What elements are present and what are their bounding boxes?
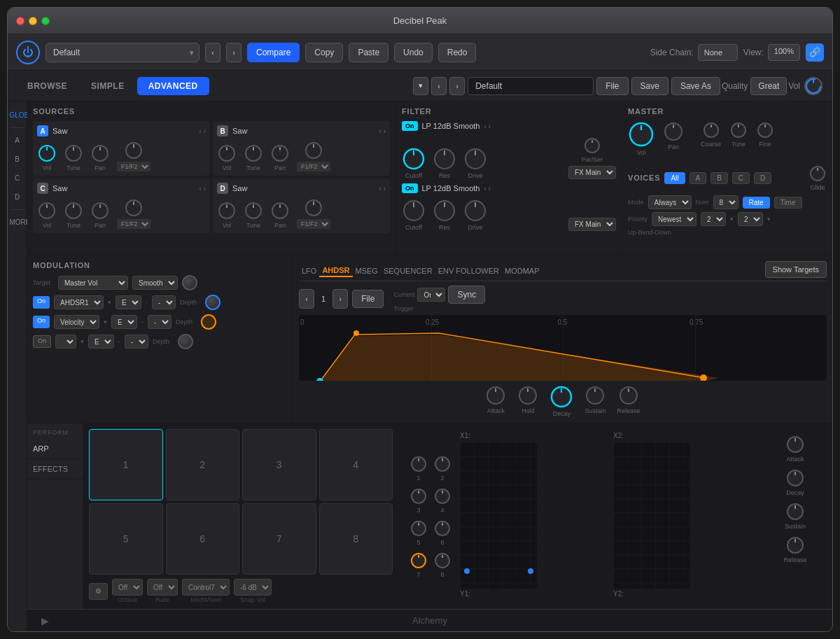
master-vol-knob[interactable]: [628, 121, 654, 148]
xy-k2[interactable]: [433, 455, 451, 473]
preset-nav-prev[interactable]: ‹: [431, 77, 447, 95]
xy-attack-knob[interactable]: [785, 435, 805, 454]
gear-button[interactable]: ⚙: [89, 583, 108, 600]
voice-a-btn[interactable]: A: [690, 172, 707, 184]
close-btn[interactable]: [16, 17, 24, 25]
link-button[interactable]: 🔗: [806, 43, 824, 62]
rate-btn[interactable]: Rate: [743, 197, 770, 209]
source-b-f1f2-knob[interactable]: [304, 141, 323, 160]
voice-d-btn[interactable]: D: [754, 172, 771, 184]
xy-pad-x2-pad[interactable]: [613, 442, 690, 589]
vol-knob[interactable]: [803, 76, 824, 97]
source-a-f1f2-knob[interactable]: [124, 141, 144, 160]
preset-prev-button[interactable]: ‹: [205, 43, 220, 62]
filter2-res-knob[interactable]: [433, 199, 456, 223]
compare-button[interactable]: Compare: [247, 43, 300, 62]
pad-8[interactable]: 8: [319, 503, 393, 575]
poly2-select[interactable]: 2: [738, 212, 763, 226]
mod2-source-select[interactable]: Velocity: [54, 315, 99, 329]
save-as-button[interactable]: Save As: [671, 77, 720, 95]
pad-3[interactable]: 3: [242, 429, 316, 500]
mod2-on-btn[interactable]: On: [33, 316, 50, 328]
preset-dropdown[interactable]: Default: [46, 43, 200, 62]
poly1-select[interactable]: 2: [701, 212, 726, 226]
mod3-mod-select[interactable]: E: [88, 335, 114, 349]
simple-btn[interactable]: SIMPLE: [80, 77, 136, 95]
modwheel-select[interactable]: Control7: [182, 579, 230, 596]
perform-effects-item[interactable]: EFFECTS: [27, 459, 83, 479]
master-pan-knob[interactable]: [663, 121, 684, 142]
quality-button[interactable]: Great: [750, 77, 787, 95]
source-c-tune-knob[interactable]: [64, 201, 83, 220]
xy-k4[interactable]: [433, 487, 451, 505]
glide-knob[interactable]: [808, 164, 827, 183]
filter2-drive-knob[interactable]: [463, 199, 487, 223]
preset-nav-dropdown[interactable]: ▾: [413, 77, 428, 95]
sidechain-select[interactable]: None: [698, 44, 738, 61]
rate-select[interactable]: Off: [147, 579, 178, 596]
filter1-fx-select[interactable]: FX Main: [568, 166, 616, 179]
sequencer-tab[interactable]: SEQUENCER: [381, 265, 435, 276]
source-b-tune-knob[interactable]: [244, 143, 263, 163]
advanced-btn[interactable]: ADVANCED: [137, 77, 209, 95]
preset-next-button[interactable]: ›: [226, 43, 241, 62]
save-button[interactable]: Save: [631, 77, 668, 95]
xy-decay-knob[interactable]: [785, 468, 805, 488]
redo-button[interactable]: Redo: [438, 43, 477, 62]
attack-knob[interactable]: [485, 385, 506, 406]
xy-k8[interactable]: [433, 552, 451, 570]
minimize-btn[interactable]: [29, 17, 37, 25]
mod1-mod-select[interactable]: E: [115, 295, 141, 309]
mod3-on-btn[interactable]: On: [33, 335, 51, 348]
mod2-extra-select[interactable]: -: [148, 315, 172, 329]
pad-1[interactable]: 1: [89, 429, 163, 500]
source-c-f1f2-select[interactable]: F1/F2: [117, 219, 150, 229]
filter1-on-btn[interactable]: On: [402, 121, 418, 131]
perform-arp-item[interactable]: ARP: [27, 439, 83, 459]
filter2-nav[interactable]: ‹ ›: [484, 185, 490, 192]
pad-6[interactable]: 6: [166, 503, 240, 575]
master-fine-knob[interactable]: [756, 121, 774, 139]
xy-k5[interactable]: [410, 519, 428, 538]
copy-button[interactable]: Copy: [305, 43, 343, 62]
source-a-pan-knob[interactable]: [90, 143, 110, 163]
maximize-btn[interactable]: [41, 17, 50, 25]
source-a-tune-knob[interactable]: [64, 143, 83, 163]
show-targets-button[interactable]: Show Targets: [765, 261, 827, 278]
source-d-f1f2-select[interactable]: F1/F2: [297, 219, 330, 229]
xy-k6[interactable]: [433, 519, 451, 538]
ahdsr-tab[interactable]: AHDSR: [319, 265, 352, 277]
mod2-depth-knob[interactable]: [201, 314, 216, 330]
sync-btn[interactable]: Sync: [448, 286, 485, 304]
file-button[interactable]: File: [596, 77, 628, 95]
master-coarse-knob[interactable]: [702, 121, 720, 139]
source-c-nav[interactable]: ‹ ›: [200, 185, 206, 192]
mod1-depth-knob[interactable]: [205, 295, 220, 310]
filter1-drive-knob[interactable]: [463, 147, 487, 171]
mod1-extra-select[interactable]: -: [152, 295, 176, 309]
mod3-source-select[interactable]: [55, 335, 76, 349]
source-b-pan-knob[interactable]: [270, 143, 290, 163]
pad-2[interactable]: 2: [166, 429, 240, 500]
filter1-nav[interactable]: ‹ ›: [484, 122, 490, 130]
xy-pad-x1-pad[interactable]: [460, 442, 537, 589]
undo-button[interactable]: Undo: [394, 43, 433, 62]
pad-7[interactable]: 7: [242, 503, 316, 575]
voice-c-btn[interactable]: C: [732, 172, 750, 184]
time-btn[interactable]: Time: [774, 197, 802, 209]
preset-nav-next[interactable]: ›: [449, 77, 465, 95]
octave-select[interactable]: Off: [112, 579, 143, 596]
envelope-file-btn[interactable]: File: [352, 290, 384, 308]
power-button[interactable]: ⏻: [16, 41, 40, 64]
source-d-pan-knob[interactable]: [270, 201, 290, 220]
sustain-knob[interactable]: [584, 385, 606, 406]
mod1-source-select[interactable]: AHDSR1: [54, 295, 104, 309]
master-tune-knob[interactable]: [729, 121, 748, 139]
lfo-tab[interactable]: LFO: [299, 265, 319, 276]
sidebar-d[interactable]: D: [8, 189, 27, 205]
play-button[interactable]: ▶: [41, 615, 49, 626]
mode-select[interactable]: Always: [648, 195, 692, 209]
browse-btn[interactable]: BROWSE: [16, 77, 78, 95]
source-c-pan-knob[interactable]: [90, 201, 110, 220]
env-follower-tab[interactable]: ENV FOLLOWER: [435, 265, 502, 276]
